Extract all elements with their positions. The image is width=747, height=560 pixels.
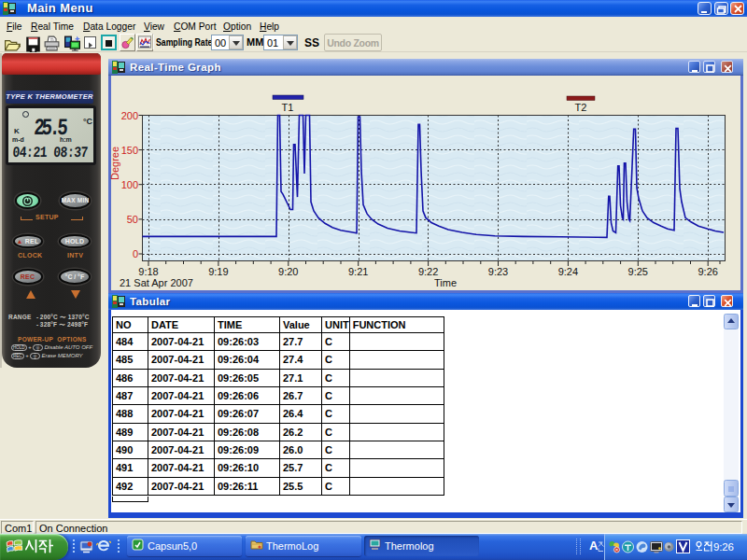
svg-text:9:26: 9:26 — [698, 266, 717, 277]
svg-text:9:19: 9:19 — [208, 266, 228, 277]
svg-text:0: 0 — [133, 248, 138, 259]
svg-text:150: 150 — [121, 145, 138, 156]
svg-text:200: 200 — [121, 110, 138, 121]
svg-text:9:24: 9:24 — [558, 266, 578, 277]
svg-text:9:18: 9:18 — [138, 266, 158, 277]
svg-text:100: 100 — [121, 179, 138, 190]
svg-text:T1: T1 — [282, 102, 294, 113]
svg-text:9:25: 9:25 — [628, 266, 648, 277]
svg-text:Degree: Degree — [109, 147, 120, 180]
svg-text:T2: T2 — [575, 102, 587, 113]
svg-text:50: 50 — [127, 214, 138, 225]
svg-text:9:23: 9:23 — [488, 266, 508, 277]
svg-text:9:21: 9:21 — [348, 266, 368, 277]
svg-text:9:20: 9:20 — [278, 266, 298, 277]
svg-text:9:22: 9:22 — [418, 266, 438, 277]
